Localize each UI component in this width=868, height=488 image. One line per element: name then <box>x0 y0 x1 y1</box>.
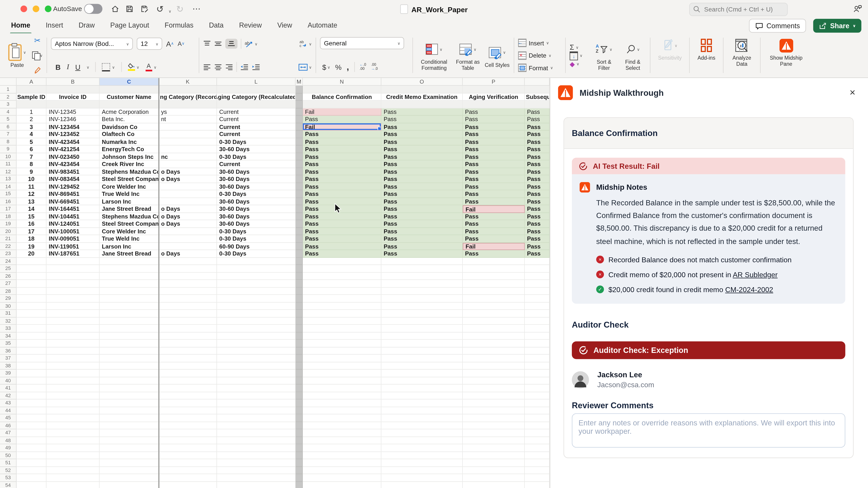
cell-B44[interactable] <box>46 407 100 414</box>
cell-B45[interactable] <box>46 414 100 422</box>
cell-Q53[interactable] <box>525 474 550 482</box>
decrease-font-icon[interactable]: A∨ <box>178 40 185 47</box>
cell-P29[interactable] <box>463 295 525 302</box>
cell-N10[interactable]: Pass <box>303 153 381 160</box>
autosum-icon[interactable]: Σ∨ <box>569 43 579 51</box>
cell-A42[interactable] <box>17 392 46 399</box>
cell-A12[interactable]: 9 <box>17 168 46 175</box>
cell-M18[interactable] <box>296 213 303 220</box>
row-header-7[interactable]: 7 <box>0 131 17 138</box>
cell-P35[interactable] <box>463 340 525 347</box>
cell-B6[interactable]: INV-123454 <box>46 123 100 131</box>
cell-P31[interactable] <box>463 310 525 317</box>
cell-O49[interactable] <box>381 445 463 452</box>
cell-B10[interactable]: INV-023450 <box>46 153 100 160</box>
row-header-53[interactable]: 53 <box>0 474 17 482</box>
cell-C17[interactable]: Jane Street Bread <box>100 205 159 213</box>
cell-O30[interactable] <box>381 302 463 310</box>
cell-Q11[interactable]: Pass <box>525 160 550 168</box>
cell-L42[interactable] <box>217 392 296 399</box>
cell-K23[interactable]: o Days <box>159 250 217 258</box>
cell-K15[interactable] <box>159 190 217 198</box>
cell-M4[interactable] <box>296 108 303 116</box>
column-header-O[interactable]: O <box>381 78 463 86</box>
cell-N9[interactable]: Pass <box>303 145 381 153</box>
cell-A4[interactable]: 1 <box>17 108 46 116</box>
cell-Q5[interactable]: Pass <box>525 116 550 123</box>
cell-N20[interactable]: Pass <box>303 228 381 235</box>
comments-button[interactable]: Comments <box>749 19 806 33</box>
cell-N52[interactable] <box>303 467 381 474</box>
cell-C36[interactable] <box>100 347 159 355</box>
cell-A20[interactable]: 17 <box>17 228 46 235</box>
cell-P13[interactable]: Pass <box>463 175 525 183</box>
cell-K30[interactable] <box>159 302 217 310</box>
cell-O6[interactable]: Pass <box>381 123 463 131</box>
cell-C16[interactable]: Larson Inc <box>100 198 159 205</box>
cell-L23[interactable]: 0-30 Days <box>217 250 296 258</box>
cell-L36[interactable] <box>217 347 296 355</box>
cell-L19[interactable]: 30-60 Days <box>217 220 296 228</box>
cell-C45[interactable] <box>100 414 159 422</box>
cell-Q22[interactable]: Pass <box>525 242 550 250</box>
row-header-19[interactable]: 19 <box>0 220 17 228</box>
cell-O21[interactable]: Pass <box>381 235 463 242</box>
cell-C3[interactable] <box>100 101 159 108</box>
cell-P8[interactable]: Pass <box>463 138 525 145</box>
row-header-45[interactable]: 45 <box>0 414 17 422</box>
tab-home[interactable]: Home <box>3 18 38 33</box>
cell-A25[interactable] <box>17 265 46 272</box>
cell-Q8[interactable]: Pass <box>525 138 550 145</box>
cell-C52[interactable] <box>100 467 159 474</box>
cell-C15[interactable]: True Weld Inc <box>100 190 159 198</box>
cell-C49[interactable] <box>100 445 159 452</box>
cell-B42[interactable] <box>46 392 100 399</box>
tab-review[interactable]: Review <box>231 18 270 33</box>
cell-K8[interactable] <box>159 138 217 145</box>
cell-O7[interactable]: Pass <box>381 131 463 138</box>
cell-M29[interactable] <box>296 295 303 302</box>
cell-P36[interactable] <box>463 347 525 355</box>
cell-A39[interactable] <box>17 369 46 377</box>
cell-N6[interactable]: Fail <box>303 123 381 131</box>
bold-button[interactable]: B <box>55 63 61 71</box>
cell-K28[interactable] <box>159 287 217 295</box>
cell-N24[interactable] <box>303 258 381 265</box>
cell-K27[interactable] <box>159 280 217 287</box>
cell-L22[interactable]: 60-90 Days <box>217 242 296 250</box>
cell-L9[interactable]: 30-60 Days <box>217 145 296 153</box>
cell-L31[interactable] <box>217 310 296 317</box>
cell-A38[interactable] <box>17 362 46 369</box>
cell-P6[interactable]: Pass <box>463 123 525 131</box>
cell-B38[interactable] <box>46 362 100 369</box>
row-header-42[interactable]: 42 <box>0 392 17 399</box>
cell-K18[interactable]: o Days <box>159 213 217 220</box>
cell-O15[interactable]: Pass <box>381 190 463 198</box>
cell-B29[interactable] <box>46 295 100 302</box>
cell-B4[interactable]: INV-12345 <box>46 108 100 116</box>
cell-L32[interactable] <box>217 317 296 325</box>
cell-O26[interactable] <box>381 272 463 280</box>
row-header-3[interactable]: 3 <box>0 101 17 108</box>
row-header-23[interactable]: 23 <box>0 250 17 258</box>
cell-M16[interactable] <box>296 198 303 205</box>
cell-K29[interactable] <box>159 295 217 302</box>
cell-Q15[interactable]: Pass <box>525 190 550 198</box>
cell-Q4[interactable]: Pass <box>525 108 550 116</box>
cell-O43[interactable] <box>381 399 463 407</box>
cell-Q24[interactable] <box>525 258 550 265</box>
cell-L37[interactable] <box>217 355 296 362</box>
cell-C48[interactable] <box>100 437 159 444</box>
cell-C18[interactable]: Stephens Mazdua Co <box>100 213 159 220</box>
cell-M35[interactable] <box>296 340 303 347</box>
cell-N26[interactable] <box>303 272 381 280</box>
cell-A15[interactable]: 12 <box>17 190 46 198</box>
row-header-15[interactable]: 15 <box>0 190 17 198</box>
cell-C13[interactable]: Steel Street Company <box>100 175 159 183</box>
row-header-13[interactable]: 13 <box>0 175 17 183</box>
cell-Q45[interactable] <box>525 414 550 422</box>
cell-M30[interactable] <box>296 302 303 310</box>
cell-P38[interactable] <box>463 362 525 369</box>
cell-N18[interactable]: Pass <box>303 213 381 220</box>
cell-O14[interactable]: Pass <box>381 183 463 190</box>
